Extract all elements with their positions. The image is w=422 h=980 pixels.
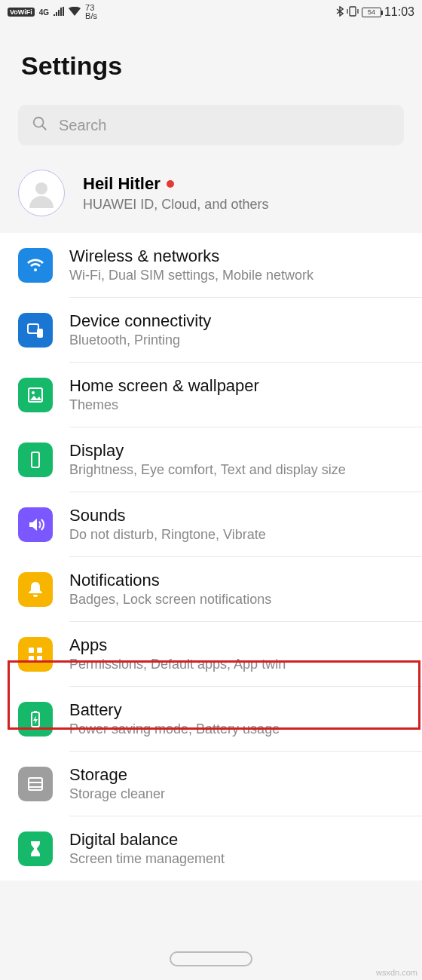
battery-indicator: 54 (362, 8, 381, 17)
item-sub: Do not disturb, Ringtone, Vibrate (69, 527, 404, 543)
item-apps[interactable]: Apps Permissions, Default apps, App twin (0, 622, 422, 686)
item-sub: Permissions, Default apps, App twin (69, 657, 404, 672)
svg-rect-9 (37, 648, 42, 653)
search-placeholder: Search (59, 117, 106, 134)
item-sub: Storage cleaner (69, 786, 404, 802)
svg-rect-8 (29, 648, 34, 653)
item-title: Digital balance (69, 830, 404, 850)
svg-rect-4 (37, 329, 43, 338)
svg-rect-11 (37, 656, 42, 661)
status-left: VoWiFi 4G 73 B/s (8, 4, 97, 20)
watermark: wsxdn.com (376, 968, 417, 977)
account-row[interactable]: Heil Hitler HUAWEI ID, Cloud, and others (0, 156, 422, 233)
storage-icon (18, 767, 53, 801)
avatar (18, 170, 65, 216)
item-wireless[interactable]: Wireless & networks Wi-Fi, Dual SIM sett… (0, 233, 422, 297)
svg-rect-10 (29, 656, 34, 661)
status-bar: VoWiFi 4G 73 B/s 54 11:03 (0, 0, 422, 24)
item-title: Battery (69, 700, 404, 720)
bell-icon (18, 572, 53, 607)
account-text: Heil Hitler HUAWEI ID, Cloud, and others (83, 174, 268, 213)
item-title: Wireless & networks (69, 247, 404, 266)
item-sub: Brightness, Eye comfort, Text and displa… (69, 462, 404, 478)
item-display[interactable]: Display Brightness, Eye comfort, Text an… (0, 427, 422, 492)
item-sub: Bluetooth, Printing (69, 332, 404, 348)
svg-point-6 (32, 391, 35, 394)
bluetooth-icon (336, 6, 344, 19)
svg-point-1 (34, 118, 44, 127)
svg-rect-0 (350, 7, 356, 16)
nav-pill[interactable] (170, 951, 252, 966)
data-speed: 73 B/s (85, 4, 97, 20)
item-connectivity[interactable]: Device connectivity Bluetooth, Printing (0, 298, 422, 362)
account-name: Heil Hitler (83, 174, 161, 194)
item-sub: Wi-Fi, Dual SIM settings, Mobile network (69, 268, 404, 283)
item-title: Device connectivity (69, 311, 404, 331)
notification-dot-icon (167, 180, 174, 188)
sound-icon (18, 507, 53, 542)
item-notifications[interactable]: Notifications Badges, Lock screen notifi… (0, 557, 422, 621)
vibrate-icon (347, 6, 359, 19)
item-title: Notifications (69, 571, 404, 590)
wallpaper-icon (18, 378, 53, 412)
status-right: 54 11:03 (336, 5, 414, 19)
item-battery[interactable]: Battery Power saving mode, Battery usage (0, 687, 422, 751)
item-storage[interactable]: Storage Storage cleaner (0, 752, 422, 816)
wifi-icon (69, 7, 81, 18)
svg-rect-14 (29, 778, 42, 790)
page-header: Settings (0, 24, 422, 99)
apps-icon (18, 637, 53, 672)
search-icon (32, 115, 48, 135)
clock: 11:03 (384, 5, 414, 19)
display-icon (18, 443, 53, 477)
svg-point-2 (35, 182, 47, 194)
item-title: Display (69, 441, 404, 461)
svg-rect-13 (34, 711, 37, 713)
item-sounds[interactable]: Sounds Do not disturb, Ringtone, Vibrate (0, 492, 422, 556)
signal-icon (54, 7, 64, 18)
vowifi-badge: VoWiFi (8, 8, 35, 17)
account-sub: HUAWEI ID, Cloud, and others (83, 197, 268, 213)
item-sub: Power saving mode, Battery usage (69, 721, 404, 737)
wifi-icon (18, 248, 53, 283)
item-title: Storage (69, 765, 404, 785)
search-bar[interactable]: Search (18, 105, 404, 145)
connect-icon (18, 313, 53, 348)
item-home-wallpaper[interactable]: Home screen & wallpaper Themes (0, 363, 422, 427)
hourglass-icon (18, 831, 53, 866)
item-title: Apps (69, 635, 404, 655)
item-title: Home screen & wallpaper (69, 376, 404, 396)
item-sub: Badges, Lock screen notifications (69, 592, 404, 608)
item-digital-balance[interactable]: Digital balance Screen time management (0, 816, 422, 880)
network-type: 4G (39, 8, 49, 17)
svg-rect-7 (32, 452, 39, 467)
item-title: Sounds (69, 506, 404, 525)
item-sub: Screen time management (69, 851, 404, 867)
page-title: Settings (21, 51, 401, 81)
item-sub: Themes (69, 397, 404, 413)
settings-list: Wireless & networks Wi-Fi, Dual SIM sett… (0, 233, 422, 880)
battery-icon (18, 702, 53, 737)
svg-rect-3 (28, 324, 38, 333)
